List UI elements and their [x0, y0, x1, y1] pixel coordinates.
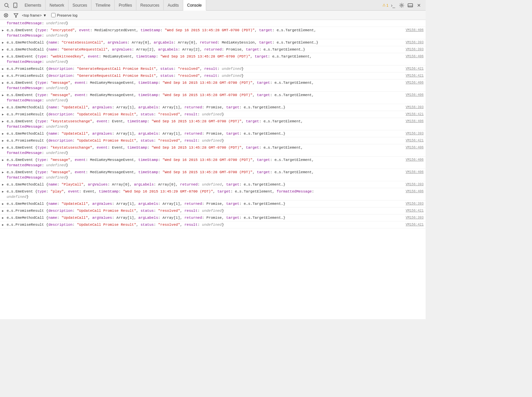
log-text: e…s.EmeEvent {type: "encrypted", event: …: [7, 28, 402, 38]
log-source[interactable]: VM156:406: [406, 80, 424, 85]
expand-toggle[interactable]: [2, 215, 4, 221]
log-entry[interactable]: e…s.EmeMethodCall {name: "PlayCall", arg…: [0, 181, 426, 188]
log-source[interactable]: VM156:421: [406, 138, 424, 143]
log-source[interactable]: VM156:421: [406, 112, 424, 117]
log-entry[interactable]: e…s.PromiseResult {description: "Generat…: [0, 72, 426, 79]
svg-point-4: [401, 4, 403, 6]
tab-profiles[interactable]: Profiles: [115, 0, 136, 11]
expand-toggle[interactable]: [2, 201, 4, 207]
log-source[interactable]: VM156:406: [406, 28, 424, 33]
log-entry[interactable]: e…s.EmeEvent {type: "play", event: Event…: [0, 188, 426, 200]
warning-badge[interactable]: ⚠ 1: [382, 3, 388, 7]
warning-count: 1: [386, 3, 388, 7]
log-text: e…s.EmeEvent {type: "play", event: Event…: [7, 189, 402, 199]
log-entry[interactable]: e…s.EmeEvent {type: "encrypted", event: …: [0, 27, 426, 39]
log-source[interactable]: VM156:421: [406, 66, 424, 71]
tab-sources[interactable]: Sources: [68, 0, 91, 11]
expand-toggle[interactable]: [2, 119, 4, 124]
log-entry[interactable]: e…s.PromiseResult {description: "UpdateC…: [0, 137, 426, 144]
tab-audits[interactable]: Audits: [164, 0, 183, 11]
expand-toggle[interactable]: [2, 66, 4, 72]
log-text: e…s.EmeEvent {type: "message", event: Me…: [7, 80, 402, 91]
log-source[interactable]: VM156:393: [406, 40, 424, 45]
log-source[interactable]: VM156:393: [406, 182, 424, 187]
expand-toggle[interactable]: [2, 93, 4, 98]
log-source[interactable]: VM156:393: [406, 131, 424, 136]
log-source[interactable]: VM156:406: [406, 170, 424, 175]
device-icon[interactable]: [11, 1, 19, 9]
expand-toggle[interactable]: [2, 80, 4, 86]
clear-console-icon[interactable]: [2, 11, 10, 19]
log-source[interactable]: VM156:406: [406, 157, 424, 163]
log-entry[interactable]: e…s.EmeMethodCall {name: "UpdateCall", a…: [0, 200, 426, 207]
log-source[interactable]: VM156:393: [406, 215, 424, 220]
log-source[interactable]: VM156:406: [406, 189, 424, 194]
close-icon[interactable]: ✕: [415, 1, 423, 9]
log-entry[interactable]: formattedMessage: undefined}: [0, 20, 426, 27]
log-entry[interactable]: e…s.EmeMethodCall {name: "GenerateReques…: [0, 46, 426, 53]
expand-toggle[interactable]: [2, 208, 4, 214]
log-entry[interactable]: e…s.EmeEvent {type: "keystatuseschange",…: [0, 118, 426, 130]
tab-console[interactable]: Console: [183, 0, 206, 11]
log-source[interactable]: VM156:406: [406, 92, 424, 98]
log-entry[interactable]: e…s.PromiseResult {description: "UpdateC…: [0, 221, 426, 228]
expand-toggle[interactable]: [2, 54, 4, 60]
log-entry[interactable]: e…s.EmeMethodCall {name: "CreateSessionC…: [0, 39, 426, 46]
expand-toggle[interactable]: [2, 158, 4, 163]
log-source[interactable]: VM156:406: [406, 54, 424, 59]
log-entry[interactable]: e…s.EmeEvent {type: "keystatuseschange",…: [0, 144, 426, 157]
expand-toggle[interactable]: [2, 47, 4, 53]
log-source[interactable]: VM156:393: [406, 201, 424, 206]
inspect-icon[interactable]: [3, 1, 11, 9]
log-entry[interactable]: e…s.EmeMethodCall {name: "UpdateCall", a…: [0, 130, 426, 137]
log-text: e…s.EmeMethodCall {name: "UpdateCall", a…: [7, 131, 402, 136]
expand-toggle[interactable]: [2, 28, 4, 33]
tab-elements[interactable]: Elements: [21, 0, 46, 11]
log-text: e…s.PromiseResult {description: "UpdateC…: [7, 222, 402, 227]
dock-icon[interactable]: [406, 1, 414, 9]
log-source[interactable]: VM156:393: [406, 105, 424, 110]
log-entry[interactable]: e…s.EmeEvent {type: "message", event: Me…: [0, 92, 426, 104]
expand-toggle[interactable]: [2, 222, 4, 228]
filter-icon[interactable]: [12, 11, 20, 19]
log-source[interactable]: VM156:406: [406, 145, 424, 150]
log-source[interactable]: VM156:393: [406, 47, 424, 52]
frame-selector[interactable]: <top frame> ▼: [22, 13, 47, 17]
expand-toggle[interactable]: [2, 170, 4, 175]
log-text: e…s.PromiseResult {description: "UpdateC…: [7, 112, 402, 117]
log-entry[interactable]: e…s.PromiseResult {description: "UpdateC…: [0, 111, 426, 118]
expand-toggle[interactable]: [2, 189, 4, 195]
log-text: e…s.PromiseResult {description: "UpdateC…: [7, 208, 402, 213]
tab-network[interactable]: Network: [46, 0, 68, 11]
log-entry[interactable]: e…s.EmeEvent {type: "message", event: Me…: [0, 169, 426, 181]
expand-toggle[interactable]: [2, 40, 4, 46]
log-source[interactable]: VM156:421: [406, 222, 424, 227]
log-source[interactable]: VM156:421: [406, 73, 424, 78]
expand-toggle[interactable]: [2, 131, 4, 137]
expand-toggle[interactable]: [2, 112, 4, 117]
log-entry[interactable]: e…s.EmeMethodCall {name: "UpdateCall", a…: [0, 104, 426, 111]
tab-resources[interactable]: Resources: [136, 0, 164, 11]
svg-marker-10: [14, 14, 18, 17]
log-text: e…s.EmeEvent {type: "keystatuseschange",…: [7, 145, 402, 156]
log-entry[interactable]: e…s.EmeEvent {type: "message", event: Me…: [0, 157, 426, 169]
log-source[interactable]: VM156:421: [406, 208, 424, 213]
settings-icon[interactable]: [398, 1, 406, 9]
preserve-log-checkbox[interactable]: [51, 13, 56, 17]
log-entry[interactable]: e…s.EmeEvent {type: "message", event: Me…: [0, 79, 426, 92]
expand-toggle[interactable]: [2, 182, 4, 188]
terminal-icon[interactable]: ›_: [389, 1, 397, 9]
expand-toggle[interactable]: [2, 145, 4, 151]
tab-timeline[interactable]: Timeline: [91, 0, 115, 11]
tab-bar: Elements Network Sources Timeline Profil…: [21, 0, 380, 11]
console-toolbar: <top frame> ▼ Preserve log: [0, 11, 426, 20]
log-entry[interactable]: e…s.EmeEvent {type: "webkitneedkey", eve…: [0, 53, 426, 66]
expand-toggle[interactable]: [2, 138, 4, 144]
expand-toggle[interactable]: [2, 105, 4, 110]
log-entry[interactable]: e…s.EmeMethodCall {name: "UpdateCall", a…: [0, 214, 426, 221]
svg-point-0: [5, 3, 8, 7]
log-entry[interactable]: e…s.PromiseResult {description: "UpdateC…: [0, 207, 426, 214]
log-entry[interactable]: e…s.PromiseResult {description: "Generat…: [0, 66, 426, 72]
expand-toggle[interactable]: [2, 73, 4, 79]
log-source[interactable]: VM156:406: [406, 119, 424, 124]
